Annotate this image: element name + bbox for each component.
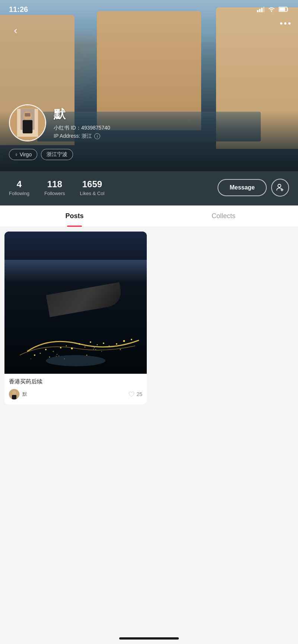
profile-name: 默 [54, 106, 289, 122]
home-indicator [119, 637, 179, 640]
svg-point-32 [31, 358, 31, 359]
svg-point-28 [116, 343, 117, 345]
svg-point-40 [56, 356, 57, 357]
svg-point-19 [60, 347, 61, 348]
more-dot-3 [288, 22, 291, 25]
tags-row: ♀ Virgo 浙江宁波 [9, 149, 73, 160]
posts-grid: 香港买药后续 默 [4, 232, 294, 405]
city-lights-svg [4, 307, 147, 366]
profile-ip: IP Address: 浙江 i [54, 133, 289, 140]
following-count: 4 [17, 179, 22, 190]
svg-point-39 [58, 356, 59, 356]
svg-point-20 [66, 345, 67, 347]
more-dot-1 [280, 22, 282, 25]
svg-point-22 [79, 343, 80, 345]
svg-point-16 [40, 353, 41, 354]
post-image-bg [4, 232, 147, 374]
svg-point-34 [64, 358, 65, 359]
svg-point-23 [85, 347, 86, 348]
post-image [4, 232, 147, 374]
likes-count: 1659 [82, 179, 102, 190]
svg-point-17 [45, 349, 47, 350]
avatar-image [10, 105, 45, 140]
tab-collects[interactable]: Collects [149, 205, 298, 227]
profile-id: 小红书 ID：4939875740 [54, 125, 289, 131]
back-button[interactable]: ‹ [7, 22, 24, 39]
svg-point-37 [120, 349, 121, 350]
tab-posts[interactable]: Posts [0, 205, 149, 227]
svg-point-21 [71, 348, 73, 350]
add-friend-button[interactable] [271, 179, 289, 197]
post-avatar [9, 389, 19, 399]
signal-icon [257, 6, 264, 12]
svg-point-29 [123, 340, 125, 342]
post-card[interactable]: 香港买药后续 默 [4, 232, 147, 405]
wifi-icon [267, 6, 276, 12]
virgo-symbol: ♀ [15, 152, 18, 157]
svg-point-26 [103, 342, 104, 344]
svg-point-42 [95, 349, 96, 350]
tabs-section: Posts Collects [0, 205, 298, 227]
post-author: 默 [9, 389, 27, 399]
profile-info: 默 小红书 ID：4939875740 IP Address: 浙江 i [0, 104, 298, 141]
back-icon: ‹ [14, 25, 17, 36]
post-like-count: 25 [136, 391, 142, 397]
svg-point-30 [131, 339, 132, 340]
stats-group: 4 Following 118 Followers 1659 Likes & C… [9, 179, 218, 196]
svg-point-18 [53, 351, 54, 352]
svg-point-41 [94, 347, 95, 348]
stat-likes[interactable]: 1659 Likes & Col [80, 179, 105, 196]
post-author-name: 默 [22, 391, 27, 398]
stat-following[interactable]: 4 Following [9, 179, 29, 196]
action-buttons: Message [218, 179, 289, 197]
svg-rect-2 [261, 8, 263, 12]
tag-virgo: ♀ Virgo [9, 149, 37, 160]
battery-icon [279, 6, 289, 12]
cover-section: 11:26 ‹ [0, 0, 298, 171]
svg-point-31 [46, 355, 105, 366]
status-bar: 11:26 [0, 0, 298, 19]
heart-icon [129, 391, 134, 397]
person-plus-icon [276, 184, 284, 192]
status-icons [257, 6, 289, 12]
info-icon[interactable]: i [94, 133, 100, 139]
svg-rect-10 [23, 120, 32, 133]
svg-point-27 [109, 345, 110, 347]
svg-point-43 [93, 349, 94, 350]
svg-point-38 [57, 354, 57, 355]
post-meta: 默 25 [9, 389, 142, 399]
horizon-glow [4, 260, 147, 282]
profile-row: 默 小红书 ID：4939875740 IP Address: 浙江 i [9, 104, 289, 141]
svg-point-24 [90, 341, 91, 343]
stat-followers[interactable]: 118 Followers [44, 179, 65, 196]
tag-virgo-label: Virgo [20, 152, 32, 157]
svg-point-25 [97, 344, 98, 345]
svg-rect-5 [279, 8, 285, 11]
svg-rect-0 [257, 10, 259, 12]
svg-point-12 [278, 184, 281, 187]
svg-rect-46 [12, 395, 16, 399]
more-button[interactable] [280, 22, 291, 25]
status-time: 11:26 [9, 5, 28, 14]
following-label: Following [9, 191, 29, 196]
tag-location: 浙江宁波 [41, 149, 73, 160]
svg-point-33 [49, 357, 50, 358]
more-dot-2 [284, 22, 286, 25]
profile-text: 默 小红书 ID：4939875740 IP Address: 浙江 i [54, 106, 289, 140]
followers-label: Followers [44, 191, 65, 196]
message-button[interactable]: Message [218, 179, 267, 196]
stats-section: 4 Following 118 Followers 1659 Likes & C… [0, 171, 298, 205]
posts-section: 香港买药后续 默 [0, 227, 298, 525]
likes-label: Likes & Col [80, 191, 105, 196]
svg-rect-3 [263, 7, 265, 12]
avatar-svg [10, 105, 45, 140]
post-avatar-svg [9, 389, 19, 399]
tag-location-label: 浙江宁波 [47, 151, 67, 158]
svg-point-35 [86, 355, 88, 356]
followers-count: 118 [47, 179, 62, 190]
city-lights [4, 307, 147, 366]
svg-point-36 [101, 351, 102, 352]
post-likes: 25 [129, 391, 142, 397]
avatar [9, 104, 46, 141]
post-info: 香港买药后续 默 [4, 374, 147, 405]
